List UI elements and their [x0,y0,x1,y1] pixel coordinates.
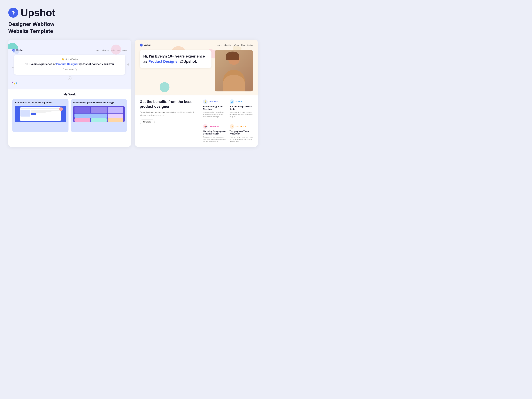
right-hero-text-card: Hi, I'm Evelyn 10+ years experience as P… [140,50,211,68]
main-panels: Upshot Home ▾ About Me Works Blog Contac… [8,40,258,147]
hero-title-normal: 10+ years experience of [25,63,56,65]
right-hero-end: @Upshot. [179,59,197,63]
benefit-production-header: ⚙ PRODUCTION [230,124,253,129]
campaigns-category: CAMPAIGNS [209,126,219,127]
right-benefits-section: Get the benefits from the best product d… [135,95,258,147]
work-card-1-thumb [15,106,66,122]
benefit-strategy: 💡 STRATEGY Brand Strategy & Art Directio… [203,99,226,118]
campaigns-desc: Trust, support and develop each other to… [203,136,226,143]
right-hero-section: Upshot Home ▾ About Me Works Blog Contac… [135,40,258,95]
dot-blue [16,82,17,84]
benefits-intro: Get the benefits from the best product d… [140,99,200,143]
hero-card: 👋 Hi, I'm Evelyn 10+ years experience of… [14,55,125,75]
design-category: DESIGN [236,101,242,103]
right-nav-home[interactable]: Home ▾ [216,44,222,46]
page-header: Upshot Designer Webflow Website Template [8,7,258,35]
benefits-title: Get the benefits from the best product d… [140,99,198,109]
dot-purple [12,82,13,83]
counter-divider [127,64,129,65]
deco-teal-shape [8,43,18,49]
right-hero-photo [215,50,253,91]
right-mini-logo: Upshot [140,44,151,47]
left-mini-nav: Upshot Home ▾ About Me Works Blog Contac… [12,49,127,52]
decorative-dots [12,82,17,84]
benefit-production: ⚙ PRODUCTION Typography & Video Producti… [230,124,253,143]
campaigns-icon: 📣 [203,124,208,129]
work-card-2: Website redesign and development for typ… [71,99,127,132]
benefit-strategy-header: 💡 STRATEGY [203,99,226,104]
hero-greeting: 👋 Hi, I'm Evelyn [18,58,121,61]
right-panel: Upshot Home ▾ About Me Works Blog Contac… [135,40,258,147]
strategy-desc: Companies bring in consultants when they… [203,111,226,118]
person-silhouette [215,50,253,91]
more-about-me-button[interactable]: More About Me [63,68,77,71]
tagline: Designer Webflow Website Template [8,21,258,35]
benefit-design-header: 🖥 DESIGN [230,99,253,104]
right-hero-accent: Product Designer [148,59,179,63]
right-nav-about[interactable]: About Me [224,44,231,46]
scroll-down-button[interactable]: ○ [68,76,71,80]
my-work-title: My Work [12,93,127,96]
right-mini-logo-text: Upshot [144,44,151,46]
mockup-header [20,108,60,109]
benefits-desc: The design teams use to create products … [140,111,198,117]
left-panel: Upshot Home ▾ About Me Works Blog Contac… [8,40,131,147]
counter: 2 5 [127,63,129,67]
right-hero-title: Hi, I'm Evelyn 10+ years experience as P… [143,54,208,64]
right-nav-blog[interactable]: Blog [241,44,245,46]
strategy-icon: 💡 [203,99,208,104]
work-card-1-mockup [20,108,61,121]
work-card-2-thumb [73,106,125,122]
work-card-1-title: Saas website for unique start-up brands [15,101,66,104]
dot-yellow [14,83,15,84]
work-cards-grid: Saas website for unique start-up brands [12,99,127,132]
work-card-2-title: Website redesign and development for typ… [73,101,125,104]
production-icon: ⚙ [230,124,234,129]
logo-icon [8,8,18,18]
campaigns-name: Marketing Campaigns & Content Creation [203,130,226,135]
deco-pink-shape [111,44,121,55]
strategy-name: Brand Strategy & Art Direction [203,105,226,111]
person-jacket [223,75,245,91]
nav-contact[interactable]: Contact [122,49,127,51]
strategy-category: STRATEGY [209,101,218,103]
mockup-content [31,110,60,117]
person-hair [226,51,239,60]
hero-title: 10+ years experience of Product Designer… [18,62,121,66]
right-nav-contact[interactable]: Contact [247,44,253,46]
nav-home[interactable]: Home ▾ [95,49,101,51]
mockup-body [20,110,60,117]
benefit-campaigns: 📣 CAMPAIGNS Marketing Campaigns & Conten… [203,124,226,143]
brand-name: Upshot [21,7,55,19]
benefits-layout: Get the benefits from the best product d… [140,99,253,143]
benefit-design: 🖥 DESIGN Product design – UX/UI Design C… [230,99,253,118]
left-my-work-section: My Work Saas website for unique start-up… [8,89,131,136]
rdeco-teal [160,82,170,92]
hero-title-end: @Upshot, formerly @izixon [78,63,114,65]
production-desc: Creating a unique name and image for the… [230,136,253,143]
work-card-1: Saas website for unique start-up brands [12,99,69,132]
hero-title-accent: Product Designer [56,63,78,65]
logo-row: Upshot [8,7,258,19]
benefits-grid: 💡 STRATEGY Brand Strategy & Art Directio… [203,99,253,143]
benefit-campaigns-header: 📣 CAMPAIGNS [203,124,226,129]
design-icon: 🖥 [230,99,234,104]
my-works-button[interactable]: My Works [140,120,155,124]
production-category: PRODUCTION [236,126,247,127]
right-hero-content: Hi, I'm Evelyn 10+ years experience as P… [140,50,253,91]
design-name: Product design – UX/UI Design [230,105,253,111]
design-desc: Consultants rarely have the luxury of pa… [230,111,253,118]
left-hero-section: Upshot Home ▾ About Me Works Blog Contac… [8,40,131,89]
benefits-divider [203,121,253,121]
mockup-sidebar [20,110,30,117]
nav-about[interactable]: About Me [102,49,109,51]
production-name: Typography & Video Production [230,130,253,135]
right-mini-logo-icon [140,44,143,47]
